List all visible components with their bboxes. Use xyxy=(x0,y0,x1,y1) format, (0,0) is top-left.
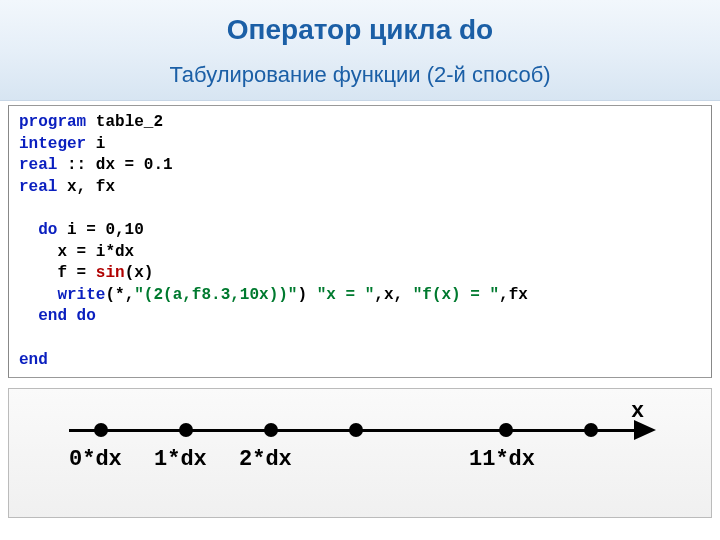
tick-label: 11*dx xyxy=(469,447,535,472)
tick-label: 0*dx xyxy=(69,447,122,472)
axis-x-label: x xyxy=(631,399,644,424)
code-text: x = i*dx xyxy=(19,243,134,261)
str-fx: "f(x) = " xyxy=(413,286,499,304)
code-block: program table_2 integer i real :: dx = 0… xyxy=(8,105,712,378)
kw-do: do xyxy=(19,221,57,239)
code-text: (*, xyxy=(105,286,134,304)
kw-program: program xyxy=(19,113,86,131)
code-text: ) xyxy=(297,286,316,304)
tick-dot xyxy=(94,423,108,437)
kw-real: real xyxy=(19,178,57,196)
header: Оператор цикла do Табулирование функции … xyxy=(0,0,720,101)
slide-title: Оператор цикла do xyxy=(0,14,720,46)
tick-dot xyxy=(499,423,513,437)
number-line-diagram: x 0*dx 1*dx 2*dx 11*dx xyxy=(8,388,712,518)
blank-line xyxy=(19,199,29,217)
tick-dot xyxy=(264,423,278,437)
code-text: i = 0,10 xyxy=(57,221,143,239)
slide: Оператор цикла do Табулирование функции … xyxy=(0,0,720,540)
code-text: :: dx = 0.1 xyxy=(57,156,172,174)
fn-sin: sin xyxy=(96,264,125,282)
code-text: f = xyxy=(19,264,96,282)
slide-subtitle: Табулирование функции (2-й способ) xyxy=(0,62,720,88)
code-text: x, fx xyxy=(57,178,115,196)
code-text: table_2 xyxy=(86,113,163,131)
code-text: ,fx xyxy=(499,286,528,304)
tick-label: 1*dx xyxy=(154,447,207,472)
tick-label: 2*dx xyxy=(239,447,292,472)
code-text: i xyxy=(86,135,105,153)
kw-end: end xyxy=(19,351,48,369)
code-text: (x) xyxy=(125,264,154,282)
kw-integer: integer xyxy=(19,135,86,153)
kw-enddo: end do xyxy=(19,307,96,325)
tick-dot xyxy=(584,423,598,437)
tick-dot xyxy=(179,423,193,437)
str-x: "x = " xyxy=(317,286,375,304)
kw-real: real xyxy=(19,156,57,174)
blank-line xyxy=(19,329,29,347)
tick-dot xyxy=(349,423,363,437)
kw-write: write xyxy=(19,286,105,304)
fmt-string: "(2(a,f8.3,10x))" xyxy=(134,286,297,304)
code-text: ,x, xyxy=(374,286,412,304)
